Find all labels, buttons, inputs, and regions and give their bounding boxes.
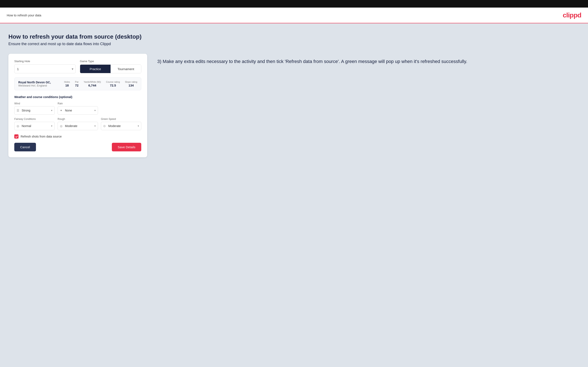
holes-label: Holes: [64, 81, 70, 83]
course-name: Royal North Devon GC,: [18, 81, 59, 84]
wind-label: Wind: [14, 102, 55, 105]
refresh-checkbox-label: Refresh shots from data source: [21, 135, 62, 138]
wind-icon: ☰: [17, 109, 19, 112]
game-type-label: Game Type: [80, 60, 141, 63]
fairway-group: Fairway Conditions ◎ Normal ▾: [14, 117, 55, 130]
action-row: Cancel Save Details: [14, 143, 141, 151]
rough-group: Rough ◎ Moderate ▾: [58, 117, 98, 130]
course-rating-value: 72.5: [106, 83, 120, 87]
par-value: 72: [75, 83, 79, 87]
holes-stat: Holes 18: [64, 81, 70, 87]
wind-group: Wind ☰ Strong ▾: [14, 102, 55, 115]
instruction-panel: 3) Make any extra edits necessary to the…: [157, 54, 579, 65]
starting-hole-select[interactable]: 1: [17, 67, 73, 71]
wind-rain-row: Wind ☰ Strong ▾ Rain ✦: [14, 102, 141, 115]
green-speed-select-wrapper[interactable]: ⊙ Moderate ▾: [101, 122, 141, 130]
practice-button[interactable]: Practice: [80, 65, 111, 73]
cancel-button[interactable]: Cancel: [14, 143, 36, 151]
rain-select[interactable]: None: [60, 109, 96, 112]
course-rating-stat: Course rating 72.5: [106, 81, 120, 87]
top-form-row: Starting Hole 1 ▾ Game Type Practice Tou…: [14, 60, 141, 73]
conditions-grid: Wind ☰ Strong ▾ Rain ✦: [14, 102, 141, 130]
starting-hole-group: Starting Hole 1 ▾: [14, 60, 76, 73]
rough-label: Rough: [58, 117, 98, 121]
rain-chevron-icon: ▾: [94, 109, 96, 112]
green-speed-icon: ⊙: [103, 124, 106, 128]
par-stat: Par 72: [75, 81, 79, 87]
wind-select-wrapper[interactable]: ☰ Strong ▾: [14, 106, 55, 115]
save-button[interactable]: Save Details: [112, 143, 141, 151]
instruction-text: 3) Make any extra edits necessary to the…: [157, 58, 579, 65]
conditions-section-title: Weather and course conditions (optional): [14, 95, 141, 99]
refresh-checkbox[interactable]: [14, 134, 18, 139]
fairway-label: Fairway Conditions: [14, 117, 55, 121]
course-location: Westward Ho!, England: [18, 84, 59, 87]
yards-value: 6,744: [84, 83, 101, 87]
wind-chevron-icon: ▾: [51, 109, 52, 112]
rain-select-wrapper[interactable]: ✦ None ▾: [58, 106, 98, 115]
page-title: How to refresh your data from source (de…: [9, 33, 579, 40]
fairway-select[interactable]: Normal: [17, 124, 52, 128]
fairway-select-wrapper[interactable]: ◎ Normal ▾: [14, 122, 55, 130]
top-bar: [0, 0, 588, 8]
course-stats: Holes 18 Par 72 Yards/White (M)) 6,744 C…: [64, 81, 137, 87]
content-area: Starting Hole 1 ▾ Game Type Practice Tou…: [9, 54, 579, 157]
course-rating-label: Course rating: [106, 81, 120, 83]
course-row: Royal North Devon GC, Westward Ho!, Engl…: [14, 77, 141, 90]
header-title: How to refresh your data: [7, 13, 41, 17]
yards-label: Yards/White (M)): [84, 81, 101, 83]
header: How to refresh your data clippd: [0, 8, 588, 23]
slope-rating-stat: Slope rating 134: [125, 81, 137, 87]
rain-icon: ✦: [60, 109, 62, 112]
fairway-chevron-icon: ▾: [51, 125, 52, 127]
rain-label: Rain: [58, 102, 98, 105]
logo: clippd: [563, 11, 581, 19]
rough-select-wrapper[interactable]: ◎ Moderate ▾: [58, 122, 98, 130]
yards-stat: Yards/White (M)) 6,744: [84, 81, 101, 87]
starting-hole-select-wrapper[interactable]: 1 ▾: [14, 65, 76, 73]
green-speed-chevron-icon: ▾: [138, 125, 139, 127]
green-speed-group: Green Speed ⊙ Moderate ▾: [101, 117, 141, 130]
rough-icon: ◎: [60, 124, 62, 128]
green-speed-select[interactable]: Moderate: [103, 124, 139, 128]
page-subtitle: Ensure the correct and most up to date d…: [9, 42, 579, 46]
game-type-group: Game Type Practice Tournament: [80, 60, 141, 73]
fairway-icon: ◎: [17, 124, 19, 128]
form-panel: Starting Hole 1 ▾ Game Type Practice Tou…: [9, 54, 147, 157]
refresh-checkbox-row: Refresh shots from data source: [14, 134, 141, 139]
holes-value: 18: [64, 83, 70, 87]
green-speed-label: Green Speed: [101, 117, 141, 121]
slope-rating-label: Slope rating: [125, 81, 137, 83]
rough-select[interactable]: Moderate: [60, 124, 96, 128]
checkmark-icon: [15, 135, 18, 138]
rain-group: Rain ✦ None ▾: [58, 102, 98, 115]
wind-select[interactable]: Strong: [17, 109, 52, 112]
empty-group: [101, 102, 141, 115]
course-info: Royal North Devon GC, Westward Ho!, Engl…: [18, 81, 59, 87]
par-label: Par: [75, 81, 79, 83]
game-type-buttons: Practice Tournament: [80, 65, 141, 73]
tournament-button[interactable]: Tournament: [111, 65, 141, 73]
slope-rating-value: 134: [125, 83, 137, 87]
starting-hole-label: Starting Hole: [14, 60, 76, 63]
rough-chevron-icon: ▾: [94, 125, 96, 127]
fairway-rough-green-row: Fairway Conditions ◎ Normal ▾ Rough ◎: [14, 117, 141, 130]
main-content: How to refresh your data from source (de…: [0, 23, 588, 367]
